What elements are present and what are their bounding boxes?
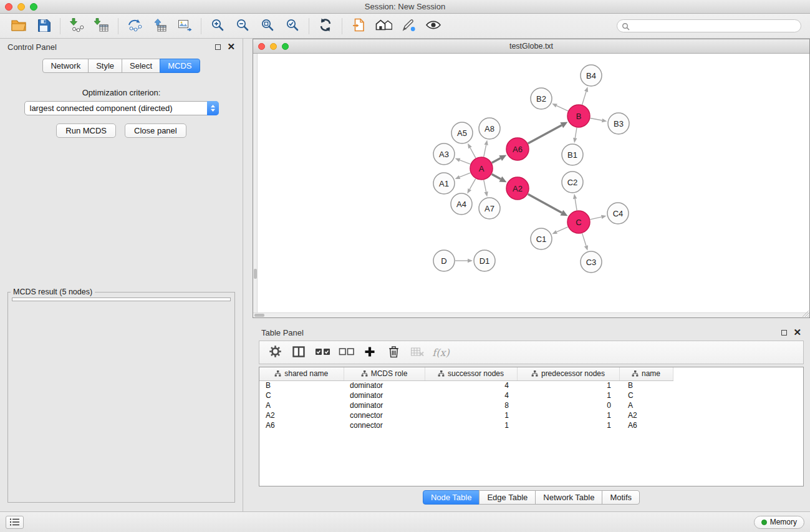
table-cell[interactable]: dominator: [344, 400, 425, 410]
mcds-result-list[interactable]: A2ABCA6: [12, 297, 231, 301]
table-cell[interactable]: 1: [517, 380, 619, 390]
graph-edge-C-C3[interactable]: [582, 233, 586, 246]
table-cell[interactable]: dominator: [344, 380, 425, 390]
network-canvas[interactable]: B4B2BB3A5A8A6B1A3AC2A1A2A4A7CC4C1C3DD1: [253, 54, 809, 317]
graph-edge-B-B1[interactable]: [575, 128, 577, 138]
zoom-out-button[interactable]: [230, 16, 255, 36]
table-cell[interactable]: A2: [619, 410, 673, 420]
column-header-successor-nodes[interactable]: successor nodes: [425, 367, 517, 380]
table-row[interactable]: A6connector11A6: [259, 420, 673, 430]
graph-edge-C-C2[interactable]: [575, 199, 577, 211]
float-panel-icon[interactable]: [215, 44, 221, 50]
vertical-scroll-thumb[interactable]: [254, 269, 257, 279]
graph-edge-B-B2[interactable]: [556, 105, 567, 111]
mcds-result-item[interactable]: A2: [15, 299, 228, 301]
table-cell[interactable]: 8: [425, 400, 517, 410]
table-settings-button[interactable]: [264, 343, 286, 362]
zoom-window-button[interactable]: [30, 3, 37, 11]
apply-layout-button[interactable]: [313, 16, 338, 36]
run-mcds-button[interactable]: Run MCDS: [56, 123, 116, 138]
table-cell[interactable]: connector: [344, 410, 425, 420]
graph-edge-A-A8[interactable]: [484, 145, 486, 157]
close-window-button[interactable]: [5, 3, 12, 11]
export-table-button[interactable]: [147, 16, 172, 36]
import-network-button[interactable]: [64, 16, 89, 36]
table-cell[interactable]: 1: [517, 420, 619, 430]
close-table-panel-icon[interactable]: ✕: [793, 329, 801, 336]
show-hide-button[interactable]: [421, 16, 446, 36]
home-button[interactable]: [371, 16, 396, 36]
open-document-button[interactable]: [346, 16, 371, 36]
graph-edge-A-A5[interactable]: [470, 148, 476, 158]
table-cell[interactable]: 1: [425, 410, 517, 420]
table-row[interactable]: A2connector11A2: [259, 410, 673, 420]
column-header-mcds-role[interactable]: MCDS role: [344, 367, 425, 380]
float-table-panel-icon[interactable]: [781, 330, 787, 336]
resize-grip[interactable]: [801, 309, 809, 317]
delete-rows-button[interactable]: [383, 343, 404, 362]
graph-edge-A6-B[interactable]: [528, 125, 562, 143]
network-minimize-button[interactable]: [270, 43, 277, 50]
tab-style[interactable]: Style: [88, 59, 122, 73]
tab-select[interactable]: Select: [122, 59, 160, 73]
column-header-predecessor-nodes[interactable]: predecessor nodes: [517, 367, 619, 380]
canvas-vertical-scrollbar[interactable]: [253, 54, 258, 312]
table-cell[interactable]: B: [259, 380, 344, 390]
zoom-in-button[interactable]: [205, 16, 230, 36]
table-cell[interactable]: 4: [425, 390, 517, 400]
table-cell[interactable]: A: [619, 400, 673, 410]
graph-edge-A-A2[interactable]: [492, 174, 501, 179]
select-all-rows-button[interactable]: [312, 343, 333, 362]
criterion-dropdown[interactable]: largest connected component (directed): [24, 101, 219, 115]
deselect-all-rows-button[interactable]: [335, 343, 357, 362]
table-cell[interactable]: A6: [619, 420, 673, 430]
graph-edge-A-A4[interactable]: [470, 179, 475, 190]
minimize-window-button[interactable]: [17, 3, 25, 11]
close-panel-icon[interactable]: ✕: [227, 43, 235, 51]
table-cell[interactable]: dominator: [344, 390, 425, 400]
network-close-button[interactable]: [258, 43, 265, 50]
horizontal-scroll-thumb[interactable]: [254, 314, 264, 317]
table-cell[interactable]: C: [619, 390, 673, 400]
table-cell[interactable]: 1: [425, 420, 517, 430]
graph-edge-A-A7[interactable]: [484, 180, 486, 192]
panel-selector-button[interactable]: [6, 516, 24, 529]
tab-mcds[interactable]: MCDS: [160, 59, 200, 73]
import-table-button[interactable]: [89, 16, 114, 36]
table-cell[interactable]: 1: [517, 410, 619, 420]
column-header-shared-name[interactable]: shared name: [259, 367, 344, 380]
table-cell[interactable]: 0: [517, 400, 619, 410]
graph-edge-A-A6[interactable]: [492, 158, 501, 163]
network-zoom-button[interactable]: [282, 43, 289, 50]
tab-node-table[interactable]: Node Table: [423, 490, 480, 505]
save-session-button[interactable]: [31, 16, 56, 36]
tab-network-table[interactable]: Network Table: [535, 490, 602, 505]
table-cell[interactable]: A6: [259, 420, 344, 430]
table-cell[interactable]: C: [259, 390, 344, 400]
add-row-button[interactable]: [359, 343, 380, 362]
table-cell[interactable]: connector: [344, 420, 425, 430]
table-cell[interactable]: A: [259, 400, 344, 410]
table-row[interactable]: Cdominator41C: [259, 390, 673, 400]
export-image-button[interactable]: [172, 16, 197, 36]
zoom-fit-button[interactable]: [255, 16, 280, 36]
open-session-button[interactable]: [6, 16, 31, 36]
graph-edge-B-B4[interactable]: [582, 92, 586, 105]
graph-edge-A-A1[interactable]: [460, 173, 470, 177]
tab-network[interactable]: Network: [42, 59, 89, 73]
graph-edge-B-B3[interactable]: [591, 118, 602, 121]
graph-edge-C-C4[interactable]: [591, 217, 602, 220]
canvas-horizontal-scrollbar[interactable]: [253, 312, 809, 317]
tab-edge-table[interactable]: Edge Table: [479, 490, 536, 505]
tab-motifs[interactable]: Motifs: [602, 490, 640, 505]
show-columns-button[interactable]: [288, 343, 309, 362]
close-panel-button[interactable]: Close panel: [125, 123, 186, 138]
zoom-selected-button[interactable]: [280, 16, 305, 36]
graph-edge-A2-C[interactable]: [528, 194, 562, 213]
table-cell[interactable]: 4: [425, 380, 517, 390]
graph-edge-C-C1[interactable]: [557, 227, 568, 232]
table-row[interactable]: Bdominator41B: [259, 380, 673, 390]
table-cell[interactable]: A2: [259, 410, 344, 420]
table-cell[interactable]: B: [619, 380, 673, 390]
memory-button[interactable]: Memory: [754, 516, 804, 529]
